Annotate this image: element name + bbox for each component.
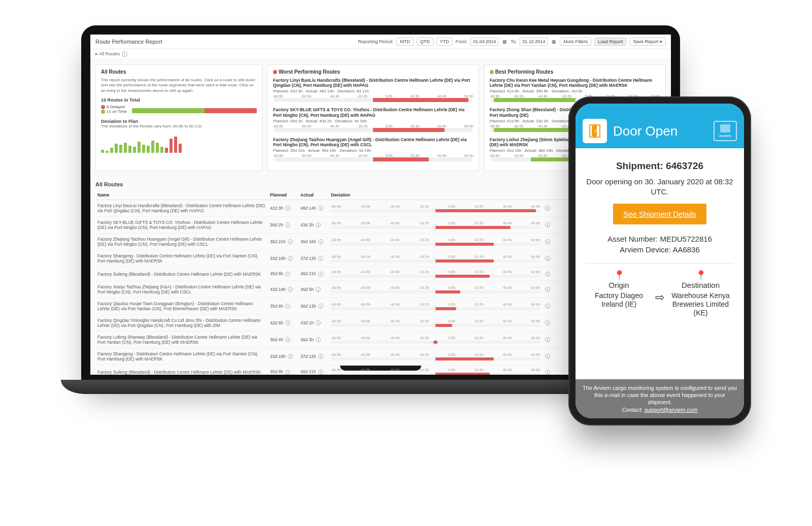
info-icon[interactable]: i <box>122 51 127 57</box>
to-date[interactable]: 31.10.2014 <box>520 38 548 46</box>
calendar-icon[interactable]: ▦ <box>501 39 507 45</box>
summary-title: All Routes <box>101 69 257 75</box>
calendar-icon[interactable]: ▦ <box>551 39 557 45</box>
delayed-count: 8 Delayed <box>101 105 127 109</box>
save-report-button[interactable]: Save Report ▾ <box>629 38 666 46</box>
device-number: Arviem Device: AA6836 <box>586 245 734 254</box>
more-filters-button[interactable]: More Filters <box>560 38 591 46</box>
alert-title: Door Open <box>613 123 707 139</box>
svg-point-1 <box>595 130 596 132</box>
info-icon[interactable]: i <box>545 354 550 359</box>
deviation-mini-bars <box>101 133 257 153</box>
ontime-count: 11 on Time <box>101 109 127 114</box>
info-icon[interactable]: i <box>285 304 290 309</box>
period-mtd[interactable]: MTD <box>396 38 414 46</box>
info-icon[interactable]: i <box>316 287 321 292</box>
info-icon[interactable]: i <box>316 320 321 325</box>
origin-label: Origin <box>586 281 652 289</box>
info-icon[interactable]: i <box>285 206 290 211</box>
period-ytd[interactable]: YTD <box>436 38 453 46</box>
info-icon[interactable]: i <box>545 239 550 244</box>
routes-total: 19 Routes in Total <box>101 97 257 103</box>
load-report-button[interactable]: Load Report <box>594 38 627 46</box>
info-icon[interactable]: i <box>318 370 323 375</box>
support-email-link[interactable]: support@arviem.com <box>645 407 698 413</box>
info-icon[interactable]: i <box>545 370 550 375</box>
from-date[interactable]: 01.04.2014 <box>470 38 498 46</box>
info-icon[interactable]: i <box>285 272 290 277</box>
dev-plan-title: Deviation to Plan <box>101 119 257 124</box>
info-icon[interactable]: i <box>545 304 550 309</box>
info-icon[interactable]: i <box>318 239 323 244</box>
info-icon[interactable]: i <box>285 222 290 227</box>
col-planned[interactable]: Planned <box>268 190 298 200</box>
report-title: Route Performance Report <box>95 39 162 45</box>
dev-plan-desc: The deviations of the Routes vary from -… <box>101 124 257 129</box>
email-footer: The Arviem cargo monitoring system is co… <box>576 379 744 418</box>
col-name[interactable]: Name <box>95 190 268 200</box>
info-icon[interactable]: i <box>318 354 323 359</box>
info-icon[interactable]: i <box>318 256 323 261</box>
route-block[interactable]: Factory SKY-BLUE GIFTS & TOYS CO. Yinzho… <box>273 107 473 132</box>
info-icon[interactable]: i <box>285 320 290 325</box>
info-icon[interactable]: i <box>288 256 293 261</box>
info-icon[interactable]: i <box>318 304 323 309</box>
reporting-period-label: Reporting Period: <box>358 39 393 44</box>
origin-value: Factory Diageo Ireland (IE) <box>586 291 652 309</box>
info-icon[interactable]: i <box>545 320 550 325</box>
info-icon[interactable]: i <box>545 272 550 277</box>
period-qtd[interactable]: QTD <box>417 38 433 46</box>
from-label: From: <box>456 39 468 44</box>
alert-header: Door Open arviem <box>576 104 744 148</box>
info-icon[interactable]: i <box>288 287 293 292</box>
destination-pin-icon: 📍 <box>667 271 734 280</box>
info-icon[interactable]: i <box>288 354 293 359</box>
summary-desc: The report currently shows the performan… <box>101 78 257 93</box>
phone-mockup: Door Open arviem Shipment: 6463726 Door … <box>568 96 751 425</box>
worst-title: Worst Performing Routes <box>279 69 340 75</box>
info-icon[interactable]: i <box>285 337 290 342</box>
info-icon[interactable]: i <box>545 222 550 227</box>
brand-logo: arviem <box>714 121 737 141</box>
info-icon[interactable]: i <box>318 206 323 211</box>
info-icon[interactable]: i <box>545 256 550 261</box>
door-event-msg: Door opening on 30. January 2020 at 08:3… <box>586 177 734 196</box>
col-deviation[interactable]: Deviation <box>329 190 542 200</box>
to-label: To: <box>511 39 517 44</box>
worst-routes-card: Worst Performing Routes Factory Linyi Ba… <box>267 64 479 171</box>
see-shipment-details-button[interactable]: See Shipment Details <box>613 204 706 224</box>
best-title: Best Performing Routes <box>495 69 553 75</box>
summary-card: All Routes The report currently shows th… <box>95 64 262 171</box>
info-icon[interactable]: i <box>545 287 550 292</box>
door-open-icon <box>583 119 607 143</box>
info-icon[interactable]: i <box>316 222 321 227</box>
arrow-icon: ⇨ <box>655 291 664 304</box>
info-icon[interactable]: i <box>288 239 293 244</box>
report-header: Route Performance Report Reporting Perio… <box>90 35 671 49</box>
col-actual[interactable]: Actual <box>298 190 329 200</box>
ontime-delay-bar <box>132 108 257 113</box>
route-block[interactable]: Factory Zhejiang Taizhou Huangyan (Angel… <box>273 137 473 161</box>
info-icon[interactable]: i <box>545 337 550 342</box>
route-block[interactable]: Factory Linyi BaoLiu Handicrafts (Blessl… <box>273 78 473 102</box>
info-icon[interactable]: i <box>285 370 290 375</box>
origin-pin-icon: 📍 <box>586 271 652 280</box>
breadcrumb[interactable]: ▸ All Routesi <box>90 49 671 59</box>
info-icon[interactable]: i <box>316 337 321 342</box>
shipment-id: Shipment: 6463726 <box>586 160 734 172</box>
info-icon[interactable]: i <box>318 272 323 277</box>
origin-destination: 📍 Origin Factory Diageo Ireland (IE) ⇨ 📍… <box>586 263 734 317</box>
destination-label: Destination <box>667 281 734 289</box>
asset-number: Asset Number: MEDU5722816 <box>586 235 734 243</box>
info-icon[interactable]: i <box>545 206 550 211</box>
destination-value: Warehouse Kenya Breweries Limited (KE) <box>667 291 734 317</box>
